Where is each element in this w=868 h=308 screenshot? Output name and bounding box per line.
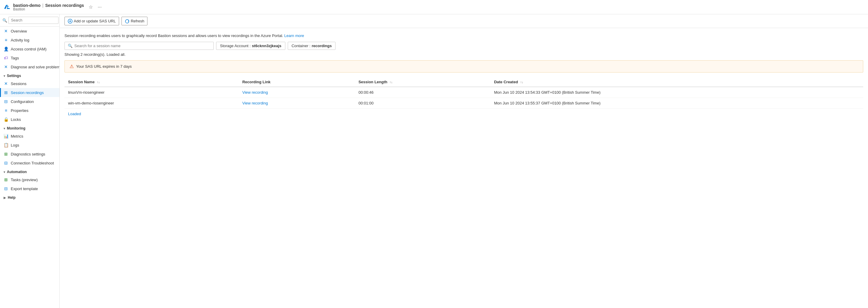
sidebar-item-tasks[interactable]: ⊞ Tasks (preview) [0,175,59,184]
sidebar-item-configuration[interactable]: ⊟ Configuration [0,97,59,106]
sidebar-label-connection-troubleshoot: Connection Troubleshoot [11,161,54,165]
diagnostics-settings-icon: ⊞ [4,152,8,156]
col-header-date-created[interactable]: Date Created ↑↓ [490,77,863,87]
connection-troubleshoot-icon: ⊟ [4,160,8,165]
search-bar-row: 🔍 Storage Account : st6cknn3zjkeajs Cont… [64,42,863,50]
sidebar-search-icon: 🔍 [2,18,7,23]
sidebar-label-tasks: Tasks (preview) [11,178,38,182]
sidebar-item-overview[interactable]: ✕ Overview [0,27,59,35]
col-header-recording-link: Recording Link [239,77,355,87]
sidebar-label-locks: Locks [11,117,21,122]
sidebar-item-activity-log[interactable]: ≡ Activity log [0,35,59,44]
sidebar-item-connection-troubleshoot[interactable]: ⊟ Connection Troubleshoot [0,158,59,167]
sidebar-item-access-control[interactable]: 👤 Access control (IAM) [0,44,59,54]
sidebar-item-export-template[interactable]: ⊟ Export template [0,184,59,193]
col-header-session-length[interactable]: Session Length ↑↓ [355,77,490,87]
header-subtitle: Bastion [13,7,84,11]
help-section-header[interactable]: ▶ Help [0,193,59,201]
sidebar-item-diagnose[interactable]: ✕ Diagnose and solve problems [0,62,59,71]
automation-chevron-icon: ▾ [4,171,5,174]
view-recording-link-0[interactable]: View recording [242,90,268,95]
monitoring-section-label: Monitoring [7,126,25,130]
sidebar-label-diagnostics-settings: Diagnostics settings [11,152,45,156]
recordings-table: Session Name ↑↓ Recording Link Session L… [64,77,863,109]
overview-icon: ✕ [4,29,8,33]
sidebar: 🔍 ◁ ◀ ✕ Overview ≡ Activity log 👤 Access… [0,14,60,308]
monitoring-section-header[interactable]: ▾ Monitoring [0,124,59,132]
favorite-button[interactable]: ☆ [88,3,94,11]
sidebar-label-logs: Logs [11,143,19,148]
warning-banner: ⚠ Your SAS URL expires in 7 days [64,60,863,72]
sidebar-label-access-control: Access control (IAM) [11,47,46,51]
sidebar-item-logs[interactable]: 📋 Logs [0,141,59,150]
container-label: Container : [291,43,311,48]
sidebar-item-diagnostics-settings[interactable]: ⊞ Diagnostics settings [0,150,59,158]
tags-icon: 🏷 [4,56,8,60]
sidebar-label-configuration: Configuration [11,99,34,104]
sidebar-item-session-recordings[interactable]: ⊞ Session recordings [0,88,59,97]
sidebar-search-area: 🔍 ◁ ◀ [0,14,59,27]
sidebar-item-properties[interactable]: ≡ Properties [0,106,59,115]
session-name-sort-icon: ↑↓ [97,81,100,84]
col-session-length-label: Session Length [359,80,388,84]
activity-log-icon: ≡ [4,38,8,42]
sidebar-label-export-template: Export template [11,187,38,191]
session-length-sort-icon: ↑↓ [390,81,393,84]
locks-icon: 🔒 [4,117,8,122]
sidebar-label-session-recordings: Session recordings [11,90,44,95]
add-sas-label: Add or update SAS URL [74,19,116,23]
warning-text: Your SAS URL expires in 7 days [76,64,132,69]
col-date-created-label: Date Created [494,80,518,84]
cell-session-name-1: win-vm-demo-riosengineer [64,98,239,108]
col-session-name-label: Session Name [68,80,95,84]
container-badge: Container : recordings [288,42,336,50]
learn-more-link[interactable]: Learn more [284,33,304,38]
more-options-button[interactable]: ··· [96,3,103,11]
cell-recording-link-0[interactable]: View recording [239,87,355,98]
sidebar-label-properties: Properties [11,108,28,113]
refresh-button[interactable]: Refresh [122,17,148,25]
table-row: linuxVm-riosengineer View recording 00:0… [64,87,863,98]
sidebar-label-metrics: Metrics [11,134,23,138]
sidebar-search-input[interactable] [8,17,59,24]
automation-section-header[interactable]: ▾ Automation [0,167,59,175]
header-title-group: bastion-demo | Session recordings Bastio… [13,3,84,11]
settings-chevron-icon: ▾ [4,74,5,78]
sidebar-item-locks[interactable]: 🔒 Locks [0,115,59,124]
table-row: win-vm-demo-riosengineer View recording … [64,98,863,108]
settings-section-label: Settings [7,74,21,78]
refresh-icon [125,19,129,24]
cell-session-length-1: 00:01:00 [355,98,490,108]
cell-session-name-0: linuxVm-riosengineer [64,87,239,98]
monitoring-chevron-icon: ▾ [4,127,5,130]
session-search-icon: 🔍 [68,43,72,48]
session-search-input[interactable] [74,43,211,48]
sessions-icon: ✕ [4,81,8,86]
settings-section-header[interactable]: ▾ Settings [0,71,59,79]
logs-icon: 📋 [4,143,8,148]
view-recording-link-1[interactable]: View recording [242,101,268,105]
storage-account-badge: Storage Account : st6cknn3zjkeajs [216,42,285,50]
showing-text: Showing 2 recording(s). Loaded all. [64,52,863,57]
warning-icon: ⚠ [69,64,74,69]
help-section-label: Help [8,195,16,200]
refresh-label: Refresh [131,19,145,23]
sidebar-item-tags[interactable]: 🏷 Tags [0,54,59,62]
col-recording-link-label: Recording Link [242,80,271,84]
add-sas-url-button[interactable]: Add or update SAS URL [64,17,119,25]
table-header-row: Session Name ↑↓ Recording Link Session L… [64,77,863,87]
main-layout: 🔍 ◁ ◀ ✕ Overview ≡ Activity log 👤 Access… [0,14,868,308]
help-chevron-icon: ▶ [4,196,6,199]
loaded-text: Loaded [64,109,863,119]
cell-recording-link-1[interactable]: View recording [239,98,355,108]
export-template-icon: ⊟ [4,186,8,191]
sidebar-label-diagnose: Diagnose and solve problems [11,65,60,69]
metrics-icon: 📊 [4,134,8,138]
col-header-session-name[interactable]: Session Name ↑↓ [64,77,239,87]
sidebar-item-metrics[interactable]: 📊 Metrics [0,132,59,141]
diagnose-icon: ✕ [4,64,8,69]
access-control-icon: 👤 [4,47,8,51]
sidebar-item-sessions[interactable]: ✕ Sessions [0,79,59,88]
azure-logo-icon [4,4,11,11]
sidebar-label-overview: Overview [11,29,27,33]
